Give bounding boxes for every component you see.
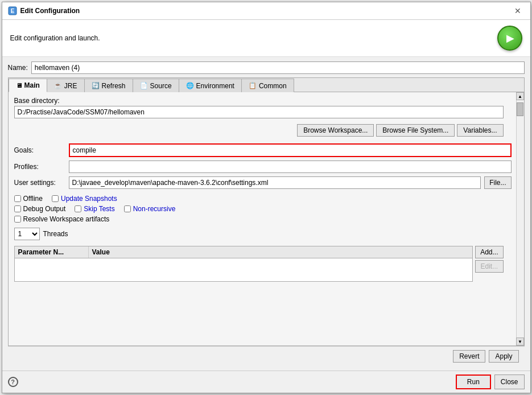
title-bar-left: E Edit Configuration: [8, 6, 80, 15]
tab-jre-label: JRE: [64, 82, 77, 90]
source-tab-icon: 📄: [140, 82, 148, 89]
threads-row: 1 2 4 Threads: [14, 228, 512, 240]
tab-environment-label: Environment: [196, 82, 234, 90]
name-label: Name:: [8, 64, 28, 72]
browse-buttons-row: Browse Workspace... Browse File System..…: [14, 124, 512, 137]
debug-output-checkbox-item: Debug Output: [14, 205, 66, 213]
scroll-up-arrow[interactable]: ▲: [516, 92, 524, 100]
header-area: Edit configuration and launch.: [2, 20, 530, 57]
browse-workspace-button[interactable]: Browse Workspace...: [297, 124, 374, 137]
edit-configuration-dialog: E Edit Configuration ✕ Edit configuratio…: [2, 2, 531, 393]
title-bar: E Edit Configuration ✕: [2, 2, 530, 20]
content-area: Name: 🖥 Main ☕ JRE 🔄 Refresh 📄: [2, 57, 530, 371]
params-col-value: Value: [89, 246, 473, 258]
user-settings-label: User settings:: [14, 179, 65, 187]
profiles-input[interactable]: [69, 161, 512, 173]
user-settings-input[interactable]: [69, 176, 481, 189]
update-snapshots-checkbox-item: Update Snapshots: [52, 195, 117, 203]
checkbox-row-1: Offline Update Snapshots: [14, 195, 504, 203]
tab-jre[interactable]: ☕ JRE: [47, 79, 85, 92]
offline-label: Offline: [23, 195, 43, 203]
params-wrapper: Parameter N... Value Add... Edit...: [14, 246, 504, 282]
header-subtitle: Edit configuration and launch.: [10, 34, 100, 42]
profiles-row: Profiles:: [14, 161, 512, 173]
goals-label: Goals:: [14, 146, 65, 154]
tab-common-label: Common: [259, 82, 287, 90]
non-recursive-checkbox[interactable]: [124, 205, 131, 212]
threads-select[interactable]: 1 2 4: [14, 228, 40, 240]
bottom-buttons: Revert Apply: [8, 346, 525, 366]
edit-button[interactable]: Edit...: [475, 260, 503, 273]
add-button[interactable]: Add...: [475, 246, 503, 258]
base-directory-section: Base directory:: [14, 97, 512, 121]
tab-main[interactable]: 🖥 Main: [9, 79, 47, 92]
run-button[interactable]: Run: [456, 375, 491, 389]
close-button[interactable]: Close: [494, 375, 525, 389]
dialog-footer: ? Run Close: [2, 371, 530, 393]
variables-button[interactable]: Variables...: [457, 124, 503, 137]
profiles-label: Profiles:: [14, 163, 65, 171]
env-tab-icon: 🌐: [186, 82, 194, 89]
footer-left: ?: [8, 377, 18, 387]
update-snapshots-checkbox[interactable]: [52, 195, 59, 202]
base-dir-label: Base directory:: [14, 97, 512, 105]
goals-input[interactable]: [69, 143, 512, 157]
scrollbar[interactable]: ▲ ▼: [516, 92, 524, 345]
resolve-workspace-checkbox[interactable]: [14, 216, 21, 223]
scroll-thumb[interactable]: [517, 102, 523, 116]
footer-right: Run Close: [456, 375, 525, 389]
main-tab-icon: 🖥: [16, 82, 22, 89]
update-snapshots-label: Update Snapshots: [61, 195, 117, 203]
close-x-button[interactable]: ✕: [511, 6, 525, 16]
params-side-buttons: Add... Edit...: [475, 246, 503, 273]
non-recursive-checkbox-item: Non-recursive: [124, 205, 176, 213]
tab-content-main: Base directory: Browse Workspace... Brow…: [9, 92, 524, 345]
skip-tests-label: Skip Tests: [84, 205, 114, 213]
dialog-title: Edit Configuration: [20, 7, 80, 15]
help-icon[interactable]: ?: [8, 377, 18, 387]
checkbox-row-2: Debug Output Skip Tests Non-recursive: [14, 205, 504, 213]
params-col-name: Parameter N...: [15, 246, 89, 258]
dialog-icon: E: [8, 6, 17, 15]
resolve-workspace-label: Resolve Workspace artifacts: [23, 215, 110, 223]
debug-output-checkbox[interactable]: [14, 205, 21, 212]
offline-checkbox-item: Offline: [14, 195, 43, 203]
skip-tests-checkbox[interactable]: [75, 205, 81, 212]
common-tab-icon: 📋: [249, 82, 257, 89]
scroll-down-arrow[interactable]: ▼: [516, 338, 524, 345]
params-body: [15, 258, 473, 281]
svg-text:E: E: [10, 8, 14, 14]
user-settings-row: User settings: File...: [14, 176, 512, 189]
checkboxes-area: Offline Update Snapshots Debug Output: [14, 195, 512, 223]
tab-environment[interactable]: 🌐 Environment: [179, 79, 242, 92]
jre-tab-icon: ☕: [54, 82, 62, 89]
tab-source-label: Source: [150, 82, 172, 90]
name-input[interactable]: [31, 61, 525, 74]
revert-button[interactable]: Revert: [453, 350, 485, 363]
tab-refresh[interactable]: 🔄 Refresh: [84, 79, 133, 92]
tabs-header: 🖥 Main ☕ JRE 🔄 Refresh 📄 Source 🌐: [9, 78, 524, 92]
tab-common[interactable]: 📋 Common: [241, 79, 294, 92]
name-row: Name:: [8, 61, 525, 74]
apply-button[interactable]: Apply: [489, 350, 518, 363]
tab-main-label: Main: [24, 81, 40, 89]
tab-source[interactable]: 📄 Source: [133, 79, 179, 92]
resolve-workspace-checkbox-item: Resolve Workspace artifacts: [14, 215, 110, 223]
params-table: Parameter N... Value: [14, 246, 473, 282]
browse-filesystem-button[interactable]: Browse File System...: [376, 124, 455, 137]
params-header: Parameter N... Value: [15, 246, 473, 258]
checkbox-row-3: Resolve Workspace artifacts: [14, 215, 504, 223]
skip-tests-checkbox-item: Skip Tests: [75, 205, 114, 213]
goals-row: Goals:: [14, 143, 512, 157]
run-icon-button[interactable]: [497, 26, 522, 51]
threads-label: Threads: [43, 230, 68, 238]
file-button[interactable]: File...: [484, 176, 511, 189]
non-recursive-label: Non-recursive: [133, 205, 176, 213]
offline-checkbox[interactable]: [14, 195, 21, 202]
base-dir-input[interactable]: [14, 106, 504, 118]
tabs-panel: 🖥 Main ☕ JRE 🔄 Refresh 📄 Source 🌐: [8, 77, 525, 346]
tab-refresh-label: Refresh: [102, 82, 126, 90]
debug-output-label: Debug Output: [23, 205, 66, 213]
refresh-tab-icon: 🔄: [92, 82, 100, 89]
